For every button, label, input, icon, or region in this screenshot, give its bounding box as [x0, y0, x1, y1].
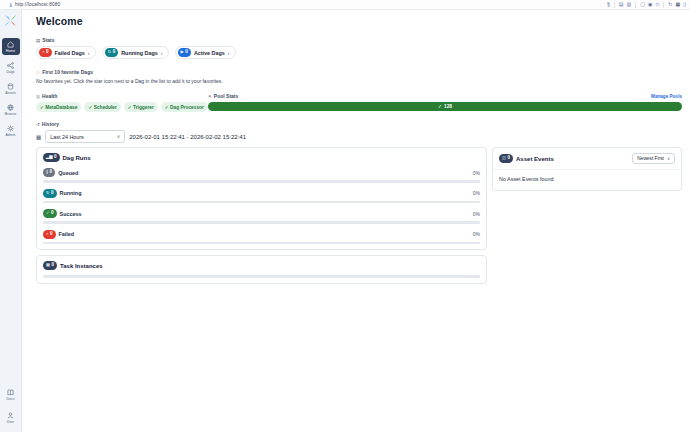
- info-icon[interactable]: ℹ: [10, 2, 12, 8]
- health-scheduler-pill[interactable]: ✓ Scheduler: [84, 102, 120, 112]
- check-icon: ✓: [438, 104, 442, 109]
- health-triggerer-pill[interactable]: ✓ Triggerer: [124, 102, 158, 112]
- running-count-badge: ↻ 0: [105, 48, 119, 57]
- running-count-badge: ↻ 0: [43, 189, 57, 198]
- health-pills: ✓ MetaDatabase ✓ Scheduler ✓ Triggerer ✓…: [36, 102, 208, 112]
- main-content: Welcome ▤ Stats × 0 Failed Dags › ↻ 0 Ru…: [22, 10, 690, 432]
- check-icon: ✓: [46, 211, 50, 215]
- stats-icon: ▤: [36, 38, 40, 43]
- sidebar-item-label: Dags: [6, 70, 14, 74]
- toolbar-divider: [635, 2, 636, 8]
- health-metadatabase-pill[interactable]: ✓ MetaDatabase: [36, 102, 81, 112]
- sidebar-item-user[interactable]: User: [2, 409, 20, 426]
- diamond-icon[interactable]: ◇: [655, 2, 659, 7]
- browse-icon: [7, 104, 14, 111]
- sidebar-item-browse[interactable]: Browse: [2, 101, 20, 118]
- window-icon[interactable]: ▤: [619, 2, 624, 7]
- dag-runs-row-running[interactable]: ↻ 0 Running 0%: [43, 189, 480, 204]
- queued-progress-bar: [43, 180, 480, 183]
- sidebar: Home Dags Assets Browse Admin Docs User: [0, 10, 22, 432]
- task-instances-progress-bar: [43, 275, 480, 278]
- sidebar-item-admin[interactable]: Admin: [2, 122, 20, 139]
- copy-icon[interactable]: ▥: [627, 2, 632, 7]
- pool-open-slots-bar[interactable]: ✓ 128: [208, 102, 682, 111]
- favorites-empty-message: No favorites yet. Click the star icon ne…: [36, 78, 682, 84]
- x-icon: ×: [46, 232, 48, 236]
- user-icon: [7, 412, 14, 419]
- task-instances-header: ▦ 0 Task Instances: [43, 261, 480, 270]
- manage-pools-link[interactable]: Manage Pools: [651, 94, 682, 99]
- pool-icon: ✳: [208, 94, 212, 99]
- dag-runs-row-queued[interactable]: ∥ 0 Queued 0%: [43, 168, 480, 183]
- failed-dags-button[interactable]: × 0 Failed Dags ›: [36, 46, 96, 59]
- date-range-text: 2026-02-01 15:22:41 - 2026-02-02 15:22:4…: [129, 134, 246, 140]
- toolbar-divider: [614, 2, 615, 8]
- asset-events-empty-message: No Asset Events found.: [493, 170, 681, 190]
- sidebar-item-label: Docs: [7, 397, 15, 401]
- running-progress-bar: [43, 201, 480, 204]
- active-dags-button[interactable]: ▶ 0 Active Dags ›: [175, 46, 236, 59]
- grid-icon: ▦: [46, 263, 50, 267]
- sidebar-item-docs[interactable]: Docs: [2, 386, 20, 403]
- panel-icon[interactable]: ▯: [683, 2, 686, 7]
- check-icon: ✓: [88, 105, 92, 110]
- dag-runs-row-success[interactable]: ✓ 0 Success 0%: [43, 209, 480, 224]
- toolbar-icon-group: § ▤ ▥ ▢ ◉ ◇ ↻ ▦ ▯: [607, 2, 686, 8]
- link-icon[interactable]: §: [607, 2, 610, 7]
- dag-runs-panel: ▂▆ 0 Dag Runs ∥ 0 Queued: [36, 147, 487, 250]
- asset-icon: ◫: [502, 156, 506, 160]
- history-controls: ▦ Last 24 Hours ∨ 2026-02-01 15:22:41 - …: [36, 130, 682, 143]
- grid-icon[interactable]: ▦: [676, 2, 681, 7]
- failed-count-badge: × 0: [39, 48, 52, 57]
- stats-section-label: ▤ Stats: [36, 37, 682, 43]
- favorites-label: First 10 favorite Dags: [42, 69, 93, 75]
- home-icon: [7, 41, 14, 48]
- queued-count-badge: ∥ 0: [43, 168, 55, 177]
- health-dag-processor-pill[interactable]: ✓ Dag Processor: [161, 102, 208, 112]
- history-label: History: [42, 121, 59, 127]
- pool-label: Pool Stats: [214, 93, 238, 99]
- sidebar-item-dags[interactable]: Dags: [2, 59, 20, 76]
- dag-runs-row-failed[interactable]: × 0 Failed 0%: [43, 230, 480, 245]
- running-dags-button[interactable]: ↻ 0 Running Dags ›: [102, 46, 169, 59]
- airflow-logo[interactable]: [4, 14, 17, 27]
- dags-icon: [7, 62, 14, 69]
- sidebar-item-assets[interactable]: Assets: [2, 80, 20, 97]
- sidebar-item-label: User: [7, 420, 14, 424]
- check-icon: ✓: [40, 105, 44, 110]
- chevron-down-icon: ∨: [117, 134, 120, 139]
- sidebar-nav: Home Dags Assets Browse Admin: [0, 38, 21, 139]
- success-progress-bar: [43, 221, 480, 224]
- bar-chart-icon: ▂▆: [46, 155, 52, 159]
- asset-events-sort-select[interactable]: Newest First ∨: [632, 153, 675, 164]
- sidebar-item-label: Admin: [6, 133, 16, 137]
- health-section-label: ◎ Health: [36, 93, 208, 99]
- task-instances-title: Task Instances: [60, 263, 103, 269]
- dashboard-panels: ▂▆ 0 Dag Runs ∥ 0 Queued: [36, 147, 682, 284]
- star-icon: ☆: [36, 70, 40, 75]
- chevron-right-icon: ›: [161, 50, 163, 56]
- time-range-select[interactable]: Last 24 Hours ∨: [45, 130, 125, 143]
- play-icon: ▶: [181, 50, 184, 54]
- asset-events-header: ◫ 0 Asset Events Newest First ∨: [493, 148, 681, 170]
- pause-icon: ∥: [46, 170, 48, 174]
- sidebar-item-home[interactable]: Home: [2, 38, 20, 55]
- running-icon: ↻: [46, 191, 50, 195]
- success-percent: 0%: [473, 211, 480, 217]
- message-icon[interactable]: ▢: [640, 2, 645, 7]
- bulb-icon[interactable]: ◉: [648, 2, 652, 7]
- page-title: Welcome: [36, 15, 682, 27]
- stats-row: × 0 Failed Dags › ↻ 0 Running Dags › ▶ 0…: [36, 46, 682, 59]
- x-icon: ×: [42, 50, 44, 54]
- sync-icon[interactable]: ↻: [668, 2, 672, 7]
- chevron-down-icon: ∨: [667, 156, 670, 161]
- sidebar-item-label: Browse: [5, 112, 17, 116]
- health-icon: ◎: [36, 94, 40, 99]
- chevron-right-icon: ›: [228, 50, 230, 56]
- dag-runs-total-badge: ▂▆ 0: [43, 153, 60, 162]
- success-count-badge: ✓ 0: [43, 209, 57, 218]
- url-text[interactable]: http://localhost:8080: [15, 2, 60, 7]
- asset-events-title: Asset Events: [516, 156, 554, 162]
- check-icon: ✓: [165, 105, 169, 110]
- admin-gear-icon: [7, 125, 14, 132]
